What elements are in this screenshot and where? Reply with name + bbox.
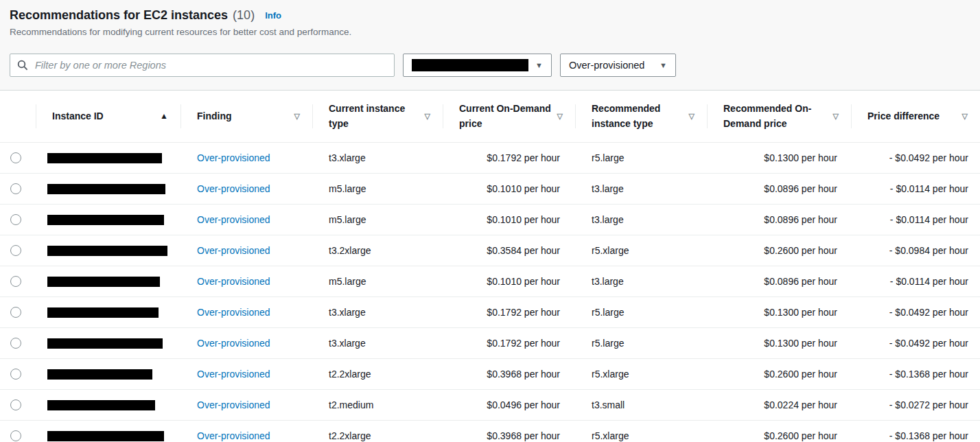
row-radio-button[interactable] xyxy=(10,430,21,441)
row-radio-button[interactable] xyxy=(10,214,21,225)
column-header-price-difference[interactable]: Price difference▽ xyxy=(851,91,980,142)
sort-icon[interactable]: ▽ xyxy=(294,108,300,124)
finding-link[interactable]: Over-provisioned xyxy=(197,399,270,410)
info-link[interactable]: Info xyxy=(265,10,281,21)
recommended-on-demand-price-cell: $0.1300 per hour xyxy=(707,296,851,327)
finding-link[interactable]: Over-provisioned xyxy=(197,430,270,441)
instance-id-redacted-bar xyxy=(47,369,152,380)
page-title-text: Recommendations for EC2 instances xyxy=(10,8,228,22)
row-radio-button[interactable] xyxy=(10,183,21,194)
sort-icon[interactable]: ▽ xyxy=(689,108,695,124)
table-row: Over-provisioned t3.xlarge $0.1792 per h… xyxy=(0,327,980,358)
current-instance-type-cell: t2.2xlarge xyxy=(312,358,443,389)
sort-ascending-icon[interactable]: ▲ xyxy=(160,108,168,124)
table-row: Over-provisioned t3.xlarge $0.1792 per h… xyxy=(0,296,980,327)
recommended-instance-type-cell: t3.large xyxy=(575,266,707,296)
caret-down-icon: ▼ xyxy=(660,61,667,69)
select-cell xyxy=(0,204,36,235)
current-instance-type-cell: m5.large xyxy=(312,266,443,296)
page-title: Recommendations for EC2 instances (10) I… xyxy=(10,7,970,24)
table-row: Over-provisioned t2.2xlarge $0.3968 per … xyxy=(0,358,980,389)
current-instance-type-cell: t3.xlarge xyxy=(312,142,443,173)
finding-link[interactable]: Over-provisioned xyxy=(197,214,270,225)
finding-link[interactable]: Over-provisioned xyxy=(197,152,270,163)
finding-link[interactable]: Over-provisioned xyxy=(197,183,270,194)
finding-link[interactable]: Over-provisioned xyxy=(197,369,270,380)
sort-icon[interactable]: ▽ xyxy=(425,108,430,124)
recommended-on-demand-price-cell: $0.1300 per hour xyxy=(707,142,851,173)
current-instance-type-cell: t2.2xlarge xyxy=(312,420,443,442)
sort-icon[interactable]: ▽ xyxy=(557,108,563,124)
select-cell xyxy=(0,327,36,358)
finding-cell: Over-provisioned xyxy=(180,204,312,235)
instance-id-redacted-bar xyxy=(47,400,155,410)
table-header-row: Instance ID▲ Finding▽ Current instance t… xyxy=(0,91,980,142)
instance-id-cell xyxy=(36,204,180,235)
instance-id-cell xyxy=(36,173,180,204)
finding-cell: Over-provisioned xyxy=(180,420,312,442)
account-dropdown-redacted-value xyxy=(412,59,528,71)
account-dropdown[interactable]: ▼ xyxy=(403,54,552,77)
column-header-current-instance-type[interactable]: Current instance type▽ xyxy=(312,91,443,142)
instance-id-cell xyxy=(36,296,180,327)
price-difference-cell: - $0.0984 per hour xyxy=(851,235,980,266)
sort-icon[interactable]: ▽ xyxy=(833,108,839,124)
sort-icon[interactable]: ▽ xyxy=(962,108,968,124)
price-difference-cell: - $0.1368 per hour xyxy=(851,420,980,442)
price-difference-cell: - $0.0492 per hour xyxy=(851,296,980,327)
current-on-demand-price-cell: $0.1010 per hour xyxy=(443,173,575,204)
current-instance-type-cell: t3.xlarge xyxy=(312,327,443,358)
recommended-instance-type-cell: r5.large xyxy=(575,142,707,173)
row-radio-button[interactable] xyxy=(10,245,21,256)
table-row: Over-provisioned t2.medium $0.0496 per h… xyxy=(0,389,980,420)
table-row: Over-provisioned t3.2xlarge $0.3584 per … xyxy=(0,235,980,266)
finding-link[interactable]: Over-provisioned xyxy=(197,307,270,318)
region-filter-input[interactable] xyxy=(34,59,387,71)
recommended-on-demand-price-cell: $0.0224 per hour xyxy=(707,389,851,420)
instance-id-cell xyxy=(36,235,180,266)
column-header-finding[interactable]: Finding▽ xyxy=(180,91,312,142)
instance-id-cell xyxy=(36,327,180,358)
finding-link[interactable]: Over-provisioned xyxy=(197,245,270,256)
current-on-demand-price-cell: $0.1010 per hour xyxy=(443,266,575,296)
column-header-current-on-demand-price[interactable]: Current On-Demand price▽ xyxy=(443,91,575,142)
finding-link[interactable]: Over-provisioned xyxy=(197,276,270,287)
instance-id-cell xyxy=(36,142,180,173)
row-radio-button[interactable] xyxy=(10,369,21,380)
recommended-instance-type-cell: t3.small xyxy=(575,389,707,420)
row-radio-button[interactable] xyxy=(10,307,21,318)
finding-cell: Over-provisioned xyxy=(180,296,312,327)
select-cell xyxy=(0,389,36,420)
column-header-instance-id[interactable]: Instance ID▲ xyxy=(36,91,180,142)
current-on-demand-price-cell: $0.1792 per hour xyxy=(443,296,575,327)
row-radio-button[interactable] xyxy=(10,152,21,163)
instance-id-cell xyxy=(36,389,180,420)
instance-id-cell xyxy=(36,420,180,442)
column-header-recommended-on-demand-price[interactable]: Recommended On-Demand price▽ xyxy=(707,91,851,142)
instance-id-redacted-bar xyxy=(47,338,163,349)
finding-cell: Over-provisioned xyxy=(180,327,312,358)
price-difference-cell: - $0.0272 per hour xyxy=(851,389,980,420)
row-radio-button[interactable] xyxy=(10,276,21,287)
row-radio-button[interactable] xyxy=(10,338,21,349)
caret-down-icon: ▼ xyxy=(535,61,543,69)
finding-link[interactable]: Over-provisioned xyxy=(197,338,270,349)
price-difference-cell: - $0.0114 per hour xyxy=(851,266,980,296)
recommended-on-demand-price-cell: $0.1300 per hour xyxy=(707,327,851,358)
current-instance-type-cell: t2.medium xyxy=(312,389,443,420)
current-on-demand-price-cell: $0.3968 per hour xyxy=(443,420,575,442)
recommended-on-demand-price-cell: $0.2600 per hour xyxy=(707,358,851,389)
table-row: Over-provisioned m5.large $0.1010 per ho… xyxy=(0,266,980,296)
current-instance-type-cell: t3.2xlarge xyxy=(312,235,443,266)
recommended-instance-type-cell: t3.large xyxy=(575,204,707,235)
finding-dropdown[interactable]: Over-provisioned ▼ xyxy=(560,54,676,77)
column-header-recommended-instance-type[interactable]: Recommended instance type▽ xyxy=(575,91,707,142)
region-filter[interactable] xyxy=(10,54,395,77)
row-radio-button[interactable] xyxy=(10,399,21,410)
finding-cell: Over-provisioned xyxy=(180,389,312,420)
instance-id-redacted-bar xyxy=(47,184,165,194)
finding-cell: Over-provisioned xyxy=(180,235,312,266)
recommendations-table: Instance ID▲ Finding▽ Current instance t… xyxy=(0,91,980,442)
page-subtitle: Recommendations for modifying current re… xyxy=(10,26,970,38)
select-cell xyxy=(0,173,36,204)
